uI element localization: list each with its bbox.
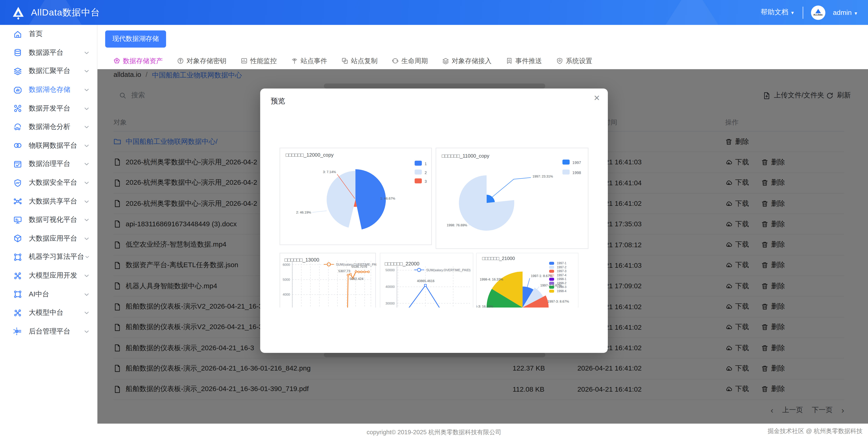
sidebar-item-16[interactable]: 后台管理平台 (0, 322, 97, 341)
avatar[interactable]: ALLData (811, 5, 825, 20)
sidebar-item-8[interactable]: 大数据安全平台 (0, 173, 97, 192)
avatar-logo-icon (815, 9, 821, 13)
app-root: AllData数据中台 帮助文档 ▼ ALLData admin ▼ 首页数据源… (0, 0, 868, 441)
chevron-down-icon (83, 105, 90, 112)
svg-text:□□□□□□_12000_copy: □□□□□□_12000_copy (286, 152, 334, 158)
svg-text:1998-4: 16.33%: 1998-4: 16.33% (480, 277, 503, 281)
chart-thumbnail-line-13000[interactable]: □□□□□□_13000SUM(salary.OVERTIME_PAID)600… (280, 253, 376, 308)
close-icon[interactable]: ✕ (594, 94, 600, 102)
tab-5[interactable]: 生命周期 (392, 56, 428, 66)
svg-text:□□□□□□_21000: □□□□□□_21000 (482, 256, 515, 261)
tab-8[interactable]: 系统设置 (556, 56, 592, 66)
modern-datalake-storage-button[interactable]: 现代数据湖存储 (105, 30, 166, 47)
perf-icon (241, 58, 247, 64)
svg-text:□□□□□□_13000: □□□□□□_13000 (285, 257, 319, 263)
svg-text:3: 7.14%: 3: 7.14% (323, 170, 336, 174)
chevron-down-icon (83, 309, 90, 316)
sidebar-item-1[interactable]: 数据源平台 (0, 43, 97, 62)
tab-3[interactable]: 站点事件 (291, 56, 327, 66)
chevron-down-icon (83, 124, 90, 131)
ai-icon (13, 290, 22, 299)
top-header: AllData数据中台 帮助文档 ▼ ALLData admin ▼ (0, 0, 868, 25)
tab-label: 性能监控 (250, 56, 277, 66)
sidebar-item-13[interactable]: 大模型应用开发 (0, 266, 97, 285)
svg-text:1998: 76.69%: 1998: 76.69% (447, 223, 467, 227)
chevron-down-icon (83, 235, 90, 242)
tab-6[interactable]: 对象存储接入 (442, 56, 492, 66)
svg-text:1997-1: 8.67%: 1997-1: 8.67% (531, 274, 552, 278)
sidebar-item-label: 数据源平台 (29, 48, 83, 58)
svg-text:50000: 50000 (385, 268, 395, 272)
sidebar-item-4[interactable]: 数据开发平台 (0, 99, 97, 118)
datasource-icon (13, 48, 22, 57)
sidebar-item-5[interactable]: 数据湖仓分析 (0, 118, 97, 136)
tab-label: 数据存储资产 (123, 56, 163, 66)
brand: AllData数据中台 (0, 5, 100, 20)
community-text: 掘金技术社区 @ 杭州奥零数据科技 (768, 427, 862, 435)
svg-text:1997: 23.31%: 1997: 23.31% (533, 174, 553, 178)
sidebar-item-14[interactable]: AI中台 (0, 285, 97, 304)
svg-text:1998: 1998 (572, 171, 581, 175)
sidebar-item-label: 大数据共享平台 (29, 197, 83, 206)
caret-down-icon: ▼ (790, 10, 795, 15)
sidebar-item-0[interactable]: 首页 (0, 25, 97, 43)
key-icon (177, 58, 184, 64)
toolbar: 现代数据湖存储 (97, 25, 868, 53)
header-decor-triangle (653, 0, 731, 25)
chart-thumbnail-pie-21000[interactable]: □□□□□□_210001997-11997-21997-31997-41998… (476, 253, 579, 308)
svg-text:□□□□□□_11000_copy: □□□□□□_11000_copy (442, 153, 489, 159)
sidebar-item-15[interactable]: 大模型中台 (0, 304, 97, 322)
svg-text:1997-3: 1997-3 (557, 269, 566, 273)
chevron-down-icon (83, 142, 90, 149)
help-docs-menu[interactable]: 帮助文档 ▼ (761, 8, 795, 17)
access-icon (442, 58, 449, 64)
sidebar-item-label: 首页 (29, 29, 90, 39)
chevron-down-icon (83, 272, 90, 279)
svg-text:1997-2: 1997-2 (557, 266, 566, 269)
security-icon (13, 178, 22, 188)
svg-text:40000: 40000 (385, 285, 395, 289)
svg-text:5092.424: 5092.424 (349, 277, 364, 281)
tab-2[interactable]: 性能监控 (241, 56, 277, 66)
tab-4[interactable]: 站点复制 (342, 56, 378, 66)
chevron-down-icon (83, 49, 90, 56)
tab-0[interactable]: 数据存储资产 (114, 56, 163, 66)
sidebar-item-label: 数据湖仓分析 (29, 122, 83, 132)
chart-thumbnail-pie-12000[interactable]: □□□□□□_12000_copy1231: 46.67%3: 7.14%2: … (280, 148, 432, 245)
svg-text:5307.73: 5307.73 (338, 269, 350, 273)
chart-preview-area: □□□□□□_12000_copy1231: 46.67%3: 7.14%2: … (280, 148, 588, 308)
sidebar-item-10[interactable]: 数据可视化平台 (0, 211, 97, 229)
sidebar-item-label: AI中台 (29, 290, 83, 299)
lifecycle-icon (392, 58, 399, 64)
chevron-down-icon (83, 161, 90, 168)
svg-text:4000: 4000 (283, 293, 290, 296)
sidebar-item-label: 数据可视化平台 (29, 215, 83, 225)
user-menu[interactable]: admin ▼ (833, 8, 858, 16)
share-icon (13, 197, 22, 206)
sidebar-item-label: 数据开发平台 (29, 104, 83, 113)
tab-1[interactable]: 对象存储密钥 (177, 56, 226, 66)
tab-label: 站点事件 (301, 56, 327, 66)
sidebar-item-6[interactable]: 物联网数据平台 (0, 136, 97, 155)
sidebar-item-7[interactable]: 数据治理平台 (0, 155, 97, 173)
iot-icon (13, 141, 22, 150)
sidebar-item-label: 数据治理平台 (29, 160, 83, 169)
chart-thumbnail-pie-11000[interactable]: □□□□□□_11000_copy199719981997: 23.31%199… (436, 148, 589, 249)
sidebar-item-11[interactable]: 大数据应用平台 (0, 229, 97, 248)
svg-text:2: 2 (425, 171, 427, 175)
sidebar-item-label: 物联网数据平台 (29, 141, 83, 150)
llm-dev-icon (13, 271, 22, 280)
svg-text:3: 3 (425, 179, 427, 183)
svg-text:1997-1: 1997-1 (557, 262, 566, 265)
chart-thumbnail-line-22000[interactable]: □□□□□□_22000SUM(salary.OVERTIME_PAID)500… (380, 253, 473, 308)
sidebar-item-label: 大数据应用平台 (29, 234, 83, 243)
tab-7[interactable]: 事件推送 (506, 56, 542, 66)
sidebar-item-2[interactable]: 数据汇聚平台 (0, 62, 97, 81)
sidebar-item-12[interactable]: 机器学习算法平台 (0, 248, 97, 266)
sidebar-item-9[interactable]: 大数据共享平台 (0, 192, 97, 211)
chevron-down-icon (83, 198, 90, 205)
dev-platform-icon (13, 104, 22, 113)
lakehouse-storage-icon (13, 86, 22, 95)
settings-icon (556, 58, 563, 64)
sidebar-item-3[interactable]: 数据湖仓存储 (0, 81, 97, 99)
